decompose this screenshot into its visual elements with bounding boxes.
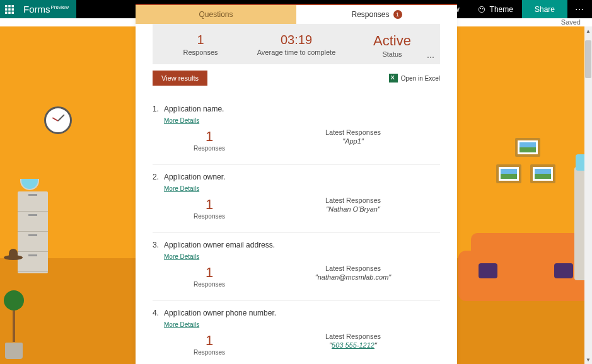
- stat-status: Active Status: [344, 33, 440, 58]
- response-count: 1: [153, 333, 266, 349]
- latest-response: "App1": [266, 137, 440, 145]
- tab-strip: Questions Responses 1: [136, 5, 457, 24]
- water-cooler-decoration: [574, 167, 584, 280]
- theme-button[interactable]: Theme: [468, 0, 522, 18]
- hat-decoration: [4, 255, 23, 260]
- responses-badge: 1: [393, 10, 402, 19]
- svg-rect-7: [8, 11, 11, 14]
- latest-response: "503 555-1212": [266, 341, 440, 349]
- fishbowl-decoration: [20, 179, 39, 190]
- stat-responses: 1 Responses: [153, 33, 248, 58]
- question-summary: 4.Application owner phone number. More D…: [153, 301, 440, 364]
- palette-icon: [477, 5, 486, 14]
- more-details-link[interactable]: More Details: [164, 253, 199, 260]
- summary-stats: 1 Responses 03:19 Average time to comple…: [153, 24, 440, 64]
- stats-more-button[interactable]: ⋯: [427, 53, 435, 62]
- tab-questions[interactable]: Questions: [136, 5, 296, 24]
- latest-response: "Nathan O'Bryan": [266, 205, 440, 213]
- waffle-icon: [5, 5, 14, 14]
- question-text: Application owner phone number.: [164, 309, 276, 317]
- svg-point-10: [480, 8, 481, 9]
- question-text: Application owner email address.: [164, 241, 275, 249]
- scroll-down-button[interactable]: ▼: [584, 355, 592, 364]
- share-label: Share: [535, 5, 555, 14]
- svg-rect-4: [8, 8, 11, 11]
- scroll-thumb[interactable]: [585, 40, 591, 78]
- svg-rect-0: [5, 5, 8, 8]
- question-summary: 2.Application owner. More Details 1Respo…: [153, 165, 440, 233]
- question-text: Application owner.: [164, 173, 225, 181]
- picture-frame-decoration: [515, 138, 540, 157]
- tab-responses[interactable]: Responses 1: [296, 5, 457, 24]
- clock-decoration: [44, 106, 72, 134]
- svg-rect-6: [5, 11, 8, 14]
- picture-frame-decoration: [496, 164, 521, 183]
- brand-name: FormsPreview: [23, 4, 69, 14]
- svg-point-9: [479, 6, 484, 12]
- latest-response: "nathan@mcsmlab.com": [266, 273, 440, 281]
- response-count: 1: [153, 196, 266, 213]
- phone-link[interactable]: 503 555-1212: [332, 341, 374, 349]
- vertical-scrollbar[interactable]: ▲ ▼: [584, 26, 592, 364]
- more-details-link[interactable]: More Details: [164, 117, 199, 124]
- svg-rect-3: [5, 8, 8, 11]
- svg-rect-8: [11, 11, 14, 14]
- view-results-button[interactable]: View results: [153, 71, 207, 86]
- share-button[interactable]: Share: [522, 0, 567, 18]
- response-count: 1: [153, 128, 266, 145]
- more-details-link[interactable]: More Details: [164, 321, 199, 328]
- svg-rect-5: [11, 8, 14, 11]
- brand-wrap: FormsPreview: [18, 0, 76, 18]
- scroll-up-button[interactable]: ▲: [584, 26, 592, 35]
- question-text: Application name.: [164, 105, 224, 113]
- svg-point-11: [482, 8, 483, 9]
- question-summary: 3.Application owner email address. More …: [153, 233, 440, 301]
- response-count: 1: [153, 264, 266, 281]
- picture-frame-decoration: [530, 164, 555, 183]
- cabinet-decoration: [18, 191, 48, 273]
- more-details-link[interactable]: More Details: [164, 185, 199, 192]
- couch-decoration: [458, 251, 584, 301]
- header-more-button[interactable]: ⋯: [567, 4, 592, 14]
- theme-label: Theme: [490, 5, 513, 14]
- open-in-excel-button[interactable]: Open in Excel: [389, 74, 440, 82]
- form-panel: Questions Responses 1 1 Responses 03:19 …: [136, 4, 457, 364]
- stat-avg-time: 03:19 Average time to complete: [248, 33, 344, 58]
- plant-decoration: [4, 290, 24, 310]
- app-launcher-button[interactable]: [0, 0, 18, 18]
- question-list: 1.Application name. More Details 1Respon…: [153, 97, 440, 364]
- pot-decoration: [5, 343, 23, 359]
- excel-icon: [389, 74, 398, 82]
- svg-rect-2: [11, 5, 14, 8]
- question-summary: 1.Application name. More Details 1Respon…: [153, 97, 440, 165]
- svg-rect-1: [8, 5, 11, 8]
